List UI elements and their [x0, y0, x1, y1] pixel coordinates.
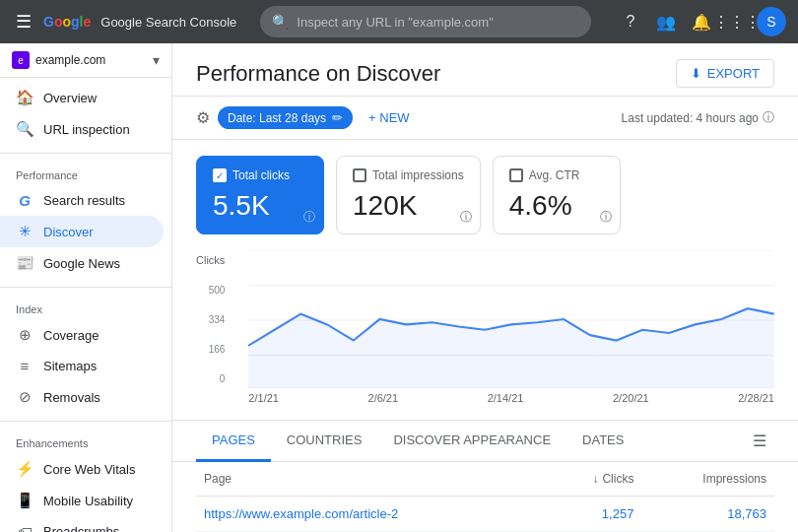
sidebar-item-coverage[interactable]: ⊕ Coverage [0, 319, 164, 351]
property-name: example.com [35, 53, 147, 67]
sidebar-item-mobile-usability[interactable]: 📱 Mobile Usability [0, 485, 164, 516]
export-label: EXPORT [707, 66, 760, 81]
sidebar-item-core-web-vitals[interactable]: ⚡ Core Web Vitals [0, 453, 164, 485]
google-icon: G [16, 192, 33, 209]
sidebar-item-removals[interactable]: ⊘ Removals [0, 381, 164, 413]
apps-icon[interactable]: ⋮⋮⋮ [721, 6, 753, 37]
chart-area: Clicks 500 334 166 0 [172, 242, 798, 421]
metric-label-ctr: Avg. CTR [529, 168, 580, 182]
nav-label-core-web-vitals: Core Web Vitals [43, 462, 135, 477]
nav-performance: Performance G Search results ✳ Discover … [0, 158, 171, 283]
sidebar-item-overview[interactable]: 🏠 Overview [0, 82, 164, 113]
filter-icon[interactable]: ⚙ [196, 108, 210, 127]
sort-down-icon: ↓ [592, 472, 598, 486]
metric-card-header-ctr: Avg. CTR [509, 168, 604, 182]
export-button[interactable]: ⬇ EXPORT [676, 59, 774, 88]
table-row: https://www.example.com/article-2 1,257 … [196, 497, 774, 532]
performance-section-label: Performance [0, 162, 171, 185]
profiles-icon[interactable]: 👥 [650, 6, 682, 37]
tab-countries[interactable]: COUNTRIES [271, 421, 378, 462]
nav-label-removals: Removals [43, 390, 100, 405]
page-header: Performance on Discover ⬇ EXPORT [172, 43, 798, 97]
search-input[interactable] [297, 15, 579, 30]
metric-card-ctr[interactable]: Avg. CTR 4.6% ⓘ [493, 156, 621, 234]
new-filter-label: + NEW [368, 110, 410, 125]
sidebar-item-google-news[interactable]: 📰 Google News [0, 247, 164, 279]
property-selector[interactable]: e example.com ▾ [0, 43, 171, 78]
table-container: Page ↓ Clicks Impressions [172, 462, 798, 532]
metric-checkbox-clicks [213, 168, 227, 182]
sidebar-item-search-results[interactable]: G Search results [0, 185, 164, 216]
sidebar-item-url-inspection[interactable]: 🔍 URL inspection [0, 113, 164, 145]
main-content: Performance on Discover ⬇ EXPORT ⚙ Date:… [172, 43, 798, 532]
nav-index: Index ⊕ Coverage ≡ Sitemaps ⊘ Removals [0, 292, 171, 417]
chart-y-mid2: 166 [209, 344, 226, 355]
tab-pages[interactable]: PAGES [196, 421, 271, 462]
search-icon: 🔍 [272, 14, 289, 30]
chart-x-label-1: 2/6/21 [368, 392, 399, 404]
nav-label-google-news: Google News [43, 256, 120, 271]
svg-marker-5 [248, 308, 774, 388]
app-name: Google Search Console [100, 15, 236, 30]
col-header-impressions[interactable]: Impressions [641, 462, 774, 497]
sidebar-item-breadcrumbs[interactable]: 🏷 Breadcrumbs [0, 516, 164, 532]
index-section-label: Index [0, 296, 171, 319]
tabs-bar: PAGES COUNTRIES DISCOVER APPEARANCE DATE… [172, 421, 798, 462]
metric-value-ctr: 4.6% [509, 190, 604, 222]
removals-icon: ⊘ [16, 388, 33, 406]
metric-value-clicks: 5.5K [213, 190, 307, 222]
metric-card-impressions[interactable]: Total impressions 120K ⓘ [336, 156, 481, 234]
topbar-actions: ? 👥 🔔 ⋮⋮⋮ S [615, 6, 786, 37]
tab-discover-appearance[interactable]: DISCOVER APPEARANCE [377, 421, 566, 462]
chart-y-min: 0 [220, 373, 226, 384]
row-0-url[interactable]: https://www.example.com/article-2 [196, 497, 547, 532]
last-updated: Last updated: 4 hours ago ⓘ [622, 109, 774, 126]
chart-x-label-4: 2/28/21 [738, 392, 774, 404]
metric-value-impressions: 120K [353, 190, 464, 222]
news-icon: 📰 [16, 254, 33, 272]
chart-svg [248, 250, 774, 388]
enhancements-section-label: Enhancements [0, 430, 171, 453]
date-filter-chip[interactable]: Date: Last 28 days ✏ [218, 106, 353, 129]
date-chip-edit-icon: ✏ [332, 110, 343, 125]
sidebar-item-discover[interactable]: ✳ Discover [0, 216, 164, 247]
metric-label-impressions: Total impressions [372, 168, 464, 182]
avatar[interactable]: S [757, 7, 786, 36]
property-chevron: ▾ [153, 52, 160, 68]
chart-x-label-2: 2/14/21 [488, 392, 524, 404]
nav-label-search-results: Search results [43, 193, 125, 208]
new-filter-button[interactable]: + NEW [361, 106, 418, 129]
metric-cards: Total clicks 5.5K ⓘ Total impressions 12… [172, 140, 798, 242]
property-icon: e [12, 51, 30, 69]
vitals-icon: ⚡ [16, 460, 33, 478]
col-header-clicks[interactable]: ↓ Clicks [547, 462, 642, 497]
metric-label-clicks: Total clicks [233, 168, 290, 182]
menu-icon[interactable]: ☰ [12, 7, 35, 36]
home-icon: 🏠 [16, 89, 33, 106]
sitemaps-icon: ≡ [16, 358, 33, 374]
nav-label-overview: Overview [43, 91, 97, 105]
export-icon: ⬇ [691, 66, 701, 81]
sidebar-item-sitemaps[interactable]: ≡ Sitemaps [0, 351, 164, 381]
row-0-clicks: 1,257 [547, 497, 642, 532]
nav-label-discover: Discover [43, 225, 94, 239]
nav-label-sitemaps: Sitemaps [43, 359, 97, 373]
help-icon[interactable]: ? [615, 6, 646, 37]
tab-dates[interactable]: DATES [566, 421, 639, 462]
filters-bar: ⚙ Date: Last 28 days ✏ + NEW Last update… [172, 97, 798, 140]
metric-checkbox-impressions [353, 168, 366, 182]
nav-main: 🏠 Overview 🔍 URL inspection [0, 78, 171, 149]
discover-icon: ✳ [16, 223, 33, 240]
col-header-page: Page [196, 462, 547, 497]
metric-checkbox-ctr [509, 168, 523, 182]
nav-label-mobile-usability: Mobile Usability [43, 494, 133, 508]
chart-container [248, 250, 774, 388]
metric-info-impressions: ⓘ [460, 209, 472, 226]
filter-table-icon[interactable]: ☰ [745, 424, 774, 458]
metric-card-total-clicks[interactable]: Total clicks 5.5K ⓘ [196, 156, 324, 234]
sidebar: e example.com ▾ 🏠 Overview 🔍 URL inspect… [0, 43, 172, 532]
chart-y-mid1: 334 [209, 314, 226, 325]
app-logo: Google Google Search Console [43, 14, 236, 30]
search-bar[interactable]: 🔍 [260, 6, 591, 37]
nav-label-coverage: Coverage [43, 328, 99, 343]
